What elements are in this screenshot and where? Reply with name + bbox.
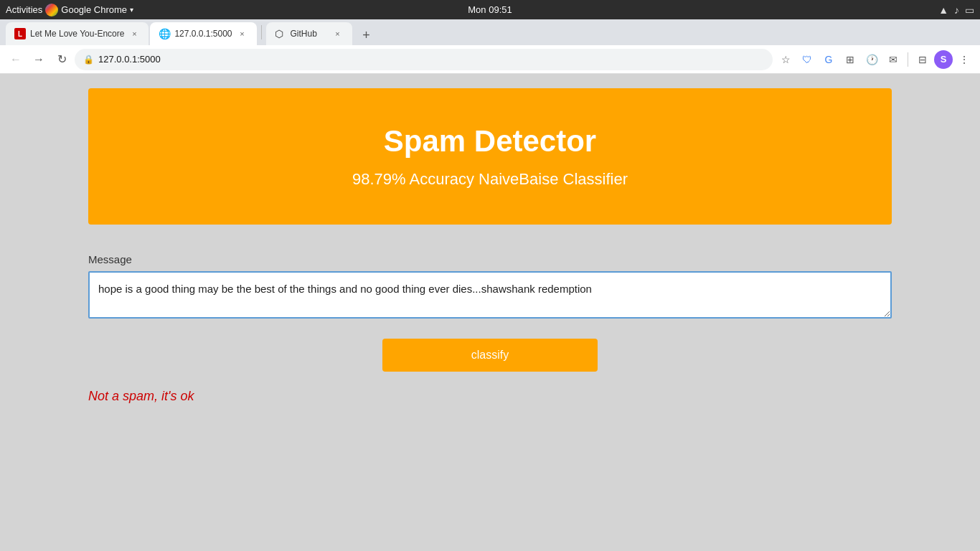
history-icon[interactable]: 🕐 [862,50,882,70]
shield-icon[interactable]: 🛡 [797,50,817,70]
message-label: Message [88,253,892,265]
reload-button[interactable]: ↻ [52,50,72,70]
tab-github[interactable]: ⬡ GitHub × [266,22,352,45]
tab3-title: GitHub [291,29,328,39]
hero-subtitle: 98.79% Accuracy NaiveBaise Classifier [103,170,877,189]
new-tab-button[interactable]: + [357,25,377,45]
bookmark-button[interactable]: ☆ [776,50,796,70]
hero-title: Spam Detector [103,124,877,159]
message-input[interactable]: hope is a good thing may be the best of … [88,271,892,319]
result-text: Not a spam, it's ok [88,389,892,404]
hero-banner: Spam Detector 98.79% Accuracy NaiveBaise… [88,88,892,225]
back-button[interactable]: ← [6,50,26,70]
tab1-close[interactable]: × [128,28,140,39]
google-account-icon[interactable]: G [819,50,839,70]
battery-icon: ▭ [965,4,974,16]
url-security-icon: 🔒 [83,55,94,65]
sound-icon: ♪ [954,4,959,16]
page-inner: Spam Detector 98.79% Accuracy NaiveBaise… [88,74,892,551]
toolbar-right: ☆ 🛡 G ⊞ 🕐 ✉ ⊟ S ⋮ [776,50,974,70]
url-host: 127.0.0.1 [98,54,137,65]
tab-localhost[interactable]: 🌐 127.0.0.1:5000 × [150,22,256,45]
forward-button[interactable]: → [29,50,49,70]
wifi-icon: ▲ [938,4,948,16]
classify-button[interactable]: classify [382,339,598,372]
tab-separator [261,25,262,39]
os-bar-left: Activities Google Chrome ▾ [6,4,133,17]
tab2-close[interactable]: × [237,28,248,39]
os-bar-clock: Mon 09:51 [468,4,512,15]
extensions-icon[interactable]: ⊞ [840,50,860,70]
tab2-title: 127.0.0.1:5000 [174,29,232,39]
page-content: Spam Detector 98.79% Accuracy NaiveBaise… [0,74,980,551]
tab3-favicon: ⬡ [275,28,286,39]
toolbar-divider [908,52,908,67]
url-text: 127.0.0.1:5000 [98,54,764,65]
chrome-menu-arrow[interactable]: ▾ [130,6,133,14]
form-area: Message hope is a good thing may be the … [88,239,892,418]
tab1-title: Let Me Love You-Encore [30,29,124,39]
url-port: :5000 [137,54,161,65]
url-bar[interactable]: 🔒 127.0.0.1:5000 [75,49,773,70]
tab2-favicon: 🌐 [159,28,170,39]
chrome-logo [45,4,58,17]
cast-icon[interactable]: ⊟ [913,50,933,70]
mail-icon[interactable]: ✉ [883,50,903,70]
tab3-close[interactable]: × [332,28,344,39]
os-bar-right: ▲ ♪ ▭ [938,4,974,16]
profile-button[interactable]: S [934,50,953,69]
tab-let-me-love[interactable]: L Let Me Love You-Encore × [6,22,149,45]
activities-label[interactable]: Activities [6,4,42,15]
os-top-bar: Activities Google Chrome ▾ Mon 09:51 ▲ ♪… [0,0,980,19]
chrome-label[interactable]: Google Chrome [61,4,127,15]
menu-button[interactable]: ⋮ [954,50,974,70]
tab1-favicon: L [14,28,26,39]
browser-window: L Let Me Love You-Encore × 🌐 127.0.0.1:5… [0,19,980,551]
tab-bar: L Let Me Love You-Encore × 🌐 127.0.0.1:5… [0,19,980,45]
address-bar: ← → ↻ 🔒 127.0.0.1:5000 ☆ 🛡 G ⊞ 🕐 ✉ ⊟ S ⋮ [0,45,980,74]
